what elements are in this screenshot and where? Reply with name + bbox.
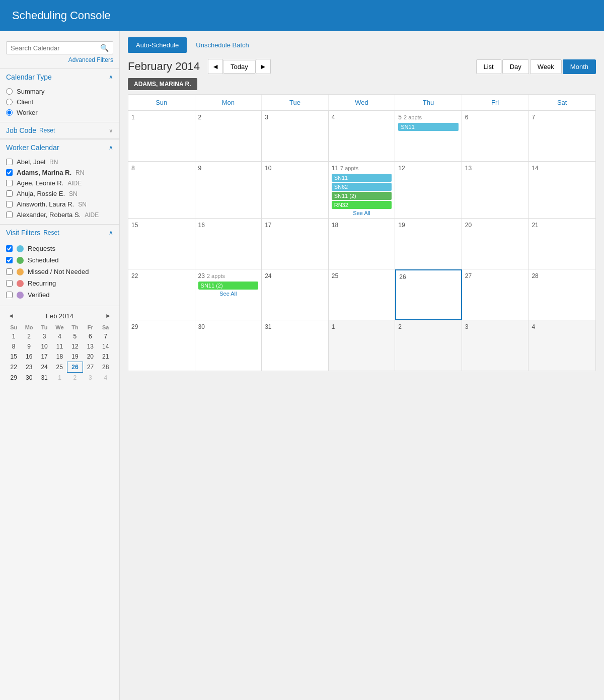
mini-cal-day[interactable]: 19 [67, 352, 83, 362]
visit-filter-item[interactable]: Requests [6, 243, 113, 254]
cal-event[interactable]: SN11 [398, 123, 459, 131]
mini-cal-day[interactable]: 13 [83, 341, 98, 352]
cal-cell[interactable]: 9 [195, 162, 262, 218]
cal-cell[interactable]: 15 [128, 219, 195, 269]
visit-filter-checkbox[interactable] [6, 280, 13, 287]
mini-cal-day[interactable]: 9 [21, 341, 36, 352]
visit-filter-item[interactable]: Missed / Not Needed [6, 266, 113, 277]
radio-client-input[interactable] [6, 99, 13, 105]
cal-cell[interactable]: 10 [262, 162, 329, 218]
cal-cell[interactable]: 52 apptsSN11 [395, 111, 462, 161]
cal-cell[interactable]: 7 [528, 111, 595, 161]
worker-checkbox[interactable] [6, 180, 13, 186]
mini-cal-day[interactable]: 3 [83, 373, 98, 383]
cal-cell[interactable]: 16 [195, 219, 262, 269]
mini-cal-prev[interactable]: ◄ [6, 311, 16, 320]
mini-cal-day[interactable]: 26 [67, 362, 83, 373]
worker-checkbox[interactable] [6, 201, 13, 207]
mini-cal-day[interactable]: 2 [67, 373, 83, 383]
cal-next-btn[interactable]: ► [256, 59, 271, 74]
worker-list-item[interactable]: Ahuja, Rossie E. SN [6, 188, 113, 199]
cal-cell[interactable]: 4 [329, 111, 396, 161]
cal-cell[interactable]: 27 [462, 269, 529, 320]
cal-cell[interactable]: 3 [262, 111, 329, 161]
mini-cal-day[interactable]: 12 [67, 341, 83, 352]
cal-cell[interactable]: 30 [195, 320, 262, 371]
cal-cell[interactable]: 3 [462, 320, 529, 371]
mini-cal-day[interactable]: 10 [37, 341, 52, 352]
cal-cell[interactable]: 19 [395, 219, 462, 269]
cal-event[interactable]: SN62 [332, 183, 392, 191]
cal-cell[interactable]: 22 [128, 269, 195, 320]
job-code-chevron[interactable]: ∨ [109, 127, 113, 134]
visit-filters-reset[interactable]: Reset [43, 229, 59, 236]
cal-cell[interactable]: 1 [329, 320, 396, 371]
cal-cell[interactable]: 8 [128, 162, 195, 218]
view-btn-day[interactable]: Day [502, 59, 529, 74]
cal-prev-btn[interactable]: ◄ [208, 59, 223, 74]
mini-cal-day[interactable]: 18 [52, 352, 67, 362]
worker-list-item[interactable]: Ainsworth, Laura R. SN [6, 199, 113, 209]
radio-summary[interactable]: Summary [6, 86, 113, 97]
search-box[interactable]: 🔍 [6, 41, 113, 54]
mini-cal-day[interactable]: 1 [6, 331, 21, 341]
advanced-filters-link[interactable]: Advanced Filters [6, 56, 113, 63]
mini-cal-day[interactable]: 24 [37, 362, 52, 373]
cal-cell[interactable]: 28 [528, 269, 595, 320]
mini-cal-day[interactable]: 14 [98, 341, 113, 352]
cal-event[interactable]: SN11 (2) [198, 282, 259, 290]
cal-cell[interactable]: 29 [128, 320, 195, 371]
visit-filter-item[interactable]: Verified [6, 289, 113, 301]
cal-cell[interactable]: 13 [462, 162, 529, 218]
mini-cal-day[interactable]: 16 [21, 352, 36, 362]
cal-cell[interactable]: 1 [128, 111, 195, 161]
mini-cal-next[interactable]: ► [103, 311, 113, 320]
mini-cal-day[interactable]: 29 [6, 373, 21, 383]
mini-cal-day[interactable]: 31 [37, 373, 52, 383]
mini-cal-day[interactable]: 4 [52, 331, 67, 341]
view-btn-month[interactable]: Month [563, 59, 596, 74]
worker-checkbox[interactable] [6, 169, 13, 176]
cal-cell[interactable]: 232 apptsSN11 (2)See All [195, 269, 262, 320]
cal-event[interactable]: RN32 [332, 201, 392, 209]
visit-filter-checkbox[interactable] [6, 292, 13, 298]
visit-filter-checkbox[interactable] [6, 245, 13, 252]
calendar-type-chevron[interactable]: ∧ [109, 74, 113, 81]
cal-cell[interactable]: 12 [395, 162, 462, 218]
radio-summary-input[interactable] [6, 88, 13, 95]
mini-cal-day[interactable]: 1 [52, 373, 67, 383]
mini-cal-day[interactable]: 22 [6, 362, 21, 373]
mini-cal-day[interactable]: 20 [83, 352, 98, 362]
mini-cal-day[interactable]: 23 [21, 362, 36, 373]
mini-cal-day[interactable]: 15 [6, 352, 21, 362]
worker-calendar-chevron[interactable]: ∧ [109, 144, 113, 151]
cal-cell[interactable]: 18 [329, 219, 396, 269]
worker-checkbox[interactable] [6, 159, 13, 165]
cal-event[interactable]: SN11 (2) [332, 192, 392, 200]
worker-list-item[interactable]: Adams, Marina R. RN [6, 167, 113, 178]
cal-cell[interactable]: 117 apptsSN11SN62SN11 (2)RN32See All [329, 162, 396, 218]
visit-filter-item[interactable]: Scheduled [6, 254, 113, 266]
mini-cal-day[interactable]: 27 [83, 362, 98, 373]
radio-worker-input[interactable] [6, 109, 13, 116]
unschedule-batch-button[interactable]: Unschedule Batch [191, 37, 254, 53]
cal-cell[interactable]: 2 [395, 320, 462, 371]
worker-checkbox[interactable] [6, 212, 13, 218]
search-input[interactable] [11, 44, 100, 52]
view-btn-week[interactable]: Week [530, 59, 562, 74]
see-all-link[interactable]: See All [198, 291, 259, 297]
cal-cell[interactable]: 26 [395, 269, 462, 320]
visit-filter-item[interactable]: Recurring [6, 277, 113, 289]
mini-cal-day[interactable]: 4 [98, 373, 113, 383]
visit-filter-checkbox[interactable] [6, 268, 13, 275]
mini-cal-day[interactable]: 6 [83, 331, 98, 341]
mini-cal-day[interactable]: 3 [37, 331, 52, 341]
cal-cell[interactable]: 17 [262, 219, 329, 269]
see-all-link[interactable]: See All [332, 210, 392, 216]
worker-list-item[interactable]: Abel, Joel RN [6, 157, 113, 167]
mini-cal-day[interactable]: 8 [6, 341, 21, 352]
visit-filter-checkbox[interactable] [6, 257, 13, 263]
cal-today-btn[interactable]: Today [223, 60, 256, 74]
cal-cell[interactable]: 25 [329, 269, 396, 320]
job-code-reset[interactable]: Reset [39, 127, 55, 134]
